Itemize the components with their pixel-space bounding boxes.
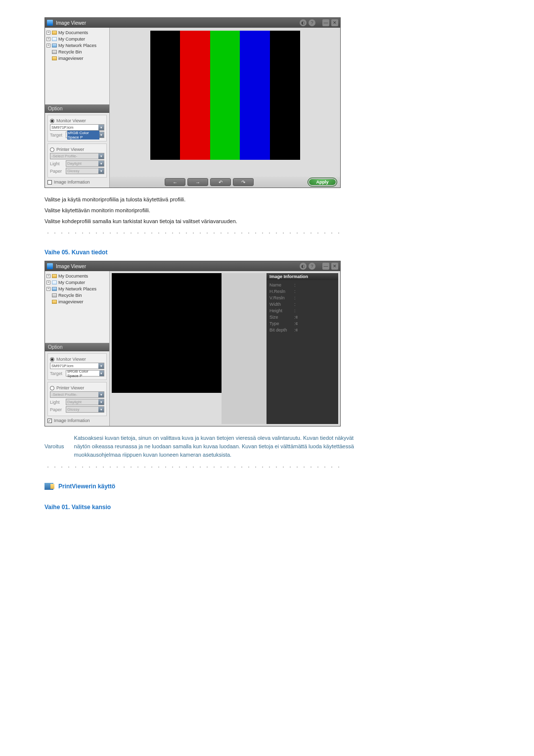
image-info-checkbox[interactable]	[47, 180, 52, 185]
folder-icon	[52, 56, 57, 60]
image-viewer-window-2: Image Viewer ◐ ? — ✕ +My Documents +My C…	[44, 261, 341, 426]
computer-icon	[52, 281, 57, 284]
minimize-button[interactable]: —	[322, 19, 329, 26]
info-value: ¢	[296, 321, 298, 327]
close-button[interactable]: ✕	[331, 19, 338, 26]
recycle-bin-icon	[52, 50, 57, 54]
light-label: Light	[50, 400, 64, 405]
prev-button[interactable]: ←	[165, 178, 185, 186]
info-key: Width	[269, 301, 294, 308]
target-label: Target	[50, 133, 64, 138]
info-key: Bit depth	[269, 327, 294, 333]
chevron-down-icon: ▾	[99, 132, 104, 138]
image-viewer-window-1: Image Viewer ◐ ? — ✕ +My Documents +My C…	[44, 17, 341, 188]
folder-tree[interactable]: +My Documents +My Computer +My Network P…	[45, 28, 109, 104]
tree-item[interactable]: Recycle Bin	[46, 292, 108, 298]
body-paragraph: Valitse kohdeprofiili samalla kun tarkis…	[44, 217, 341, 225]
monitor-profile-dropdown[interactable]: SM971P.icm▾	[50, 363, 104, 369]
printer-viewer-radio[interactable]	[50, 147, 54, 152]
recycle-bin-icon	[52, 293, 57, 297]
info-key: V.Resln	[269, 295, 294, 301]
tree-label: Recycle Bin	[58, 49, 82, 55]
chevron-down-icon: ▾	[98, 407, 104, 412]
folder-tree[interactable]: +My Documents +My Computer +My Network P…	[45, 271, 109, 343]
chevron-down-icon: ▾	[99, 371, 104, 376]
option-header: Option	[45, 104, 109, 113]
help-glow-icon[interactable]: ◐	[300, 19, 307, 26]
paper-label: Paper	[50, 169, 64, 174]
chevron-down-icon: ▾	[98, 392, 104, 397]
network-icon	[52, 287, 57, 291]
tree-item[interactable]: +My Network Places	[46, 286, 108, 292]
light-dropdown[interactable]: Daylight▾	[66, 399, 104, 405]
tree-label: My Network Places	[58, 286, 96, 292]
note-label: Varoitus	[44, 442, 64, 451]
tree-label: My Documents	[58, 273, 88, 279]
tree-item[interactable]: Recycle Bin	[46, 49, 108, 55]
window-title: Image Viewer	[56, 20, 298, 26]
option-panel: Monitor Viewer SM971P.icm▾ TargetsRGB Co…	[45, 351, 109, 426]
minimize-button[interactable]: —	[322, 263, 329, 270]
light-label: Light	[50, 161, 64, 166]
paper-dropdown[interactable]: Glossy▾	[66, 406, 104, 413]
close-button[interactable]: ✕	[331, 263, 338, 270]
note-text: Katsoaksesi kuvan tietoja, sinun on vali…	[74, 434, 361, 459]
tree-item[interactable]: +My Computer	[46, 280, 108, 285]
info-panel-header: Image Information	[267, 273, 338, 280]
tree-item[interactable]: +My Documents	[46, 30, 108, 36]
info-key: Name	[269, 282, 294, 288]
section-heading: PrintViewerin käyttö	[44, 483, 490, 490]
folder-icon	[52, 31, 57, 35]
paper-dropdown[interactable]: Glossy▾	[66, 168, 104, 174]
tree-item[interactable]: imageviewer	[46, 55, 108, 61]
preview-toolbar: ← → ↶ ↷ Apply	[110, 177, 340, 188]
window-titlebar: Image Viewer ◐ ? — ✕	[45, 18, 340, 28]
monitor-viewer-radio[interactable]	[50, 357, 54, 362]
printer-profile-dropdown[interactable]: -Select Profile-▾	[50, 391, 104, 398]
light-dropdown[interactable]: Daylight▾	[66, 160, 104, 167]
chevron-down-icon: ▾	[98, 153, 104, 159]
help-icon[interactable]: ?	[309, 263, 315, 270]
divider-dots	[44, 232, 341, 234]
option-header: Option	[45, 343, 109, 351]
tree-label: My Computer	[58, 280, 85, 285]
rotate-right-button[interactable]: ↷	[233, 178, 254, 186]
monitor-viewer-radio[interactable]	[50, 119, 54, 123]
monitor-viewer-label: Monitor Viewer	[56, 357, 86, 362]
chevron-down-icon: ▾	[98, 161, 104, 166]
help-icon[interactable]: ?	[309, 19, 315, 26]
printer-viewer-label: Printer Viewer	[56, 385, 84, 390]
apply-button[interactable]: Apply	[308, 178, 337, 187]
chevron-down-icon: ▾	[98, 168, 104, 174]
target-profile-dropdown[interactable]: sRGB Color Space P▾	[66, 370, 104, 377]
network-icon	[52, 44, 57, 47]
next-button[interactable]: →	[187, 178, 208, 186]
tree-item[interactable]: imageviewer	[46, 299, 108, 305]
folder-icon	[52, 274, 57, 278]
rotate-left-button[interactable]: ↶	[210, 178, 231, 186]
tree-label: imageviewer	[58, 55, 84, 61]
section-title: PrintViewerin käyttö	[58, 483, 115, 490]
help-glow-icon[interactable]: ◐	[300, 263, 307, 270]
option-panel: Monitor Viewer SM971P.icm▾ TargetsRGB Co…	[45, 113, 109, 188]
image-info-checkbox[interactable]: ✓	[47, 419, 52, 423]
tree-item[interactable]: +My Documents	[46, 273, 108, 279]
monitor-viewer-label: Monitor Viewer	[56, 118, 86, 123]
tree-item[interactable]: +My Network Places	[46, 43, 108, 48]
printer-viewer-label: Printer Viewer	[56, 147, 84, 152]
printer-viewer-radio[interactable]	[50, 386, 54, 390]
step-heading: Vaihe 01. Valitse kansio	[44, 504, 490, 511]
info-key: Type	[269, 321, 294, 327]
paper-label: Paper	[50, 407, 64, 412]
target-label: Target	[50, 371, 64, 376]
info-key: Height	[269, 308, 294, 314]
folder-icon	[52, 300, 57, 304]
tree-item[interactable]: +My Computer	[46, 36, 108, 42]
target-profile-dropdown[interactable]: sRGB Color Space P▾	[66, 132, 104, 138]
printer-profile-dropdown[interactable]: -Select Profile-▾	[50, 153, 104, 159]
monitor-profile-dropdown[interactable]: SM971P.icm▾	[50, 124, 104, 131]
sidebar: +My Documents +My Computer +My Network P…	[45, 271, 110, 426]
divider-dots	[44, 466, 341, 468]
chevron-down-icon: ▾	[98, 399, 104, 405]
preview-area: ← → ↶ ↷ Apply	[110, 28, 340, 188]
